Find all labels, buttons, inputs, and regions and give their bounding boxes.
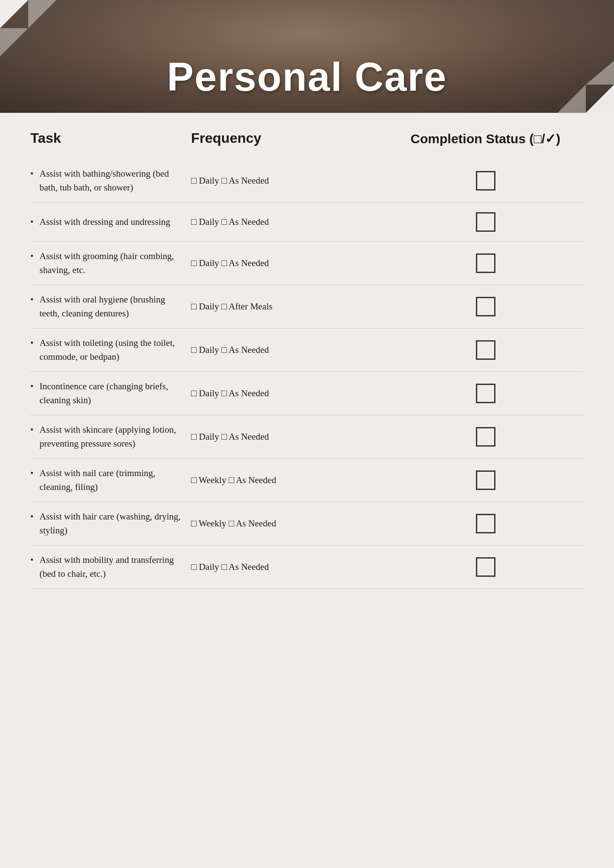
table-row: • Assist with hair care (washing, drying…: [30, 502, 584, 546]
svg-marker-0: [0, 0, 28, 28]
task-text-6: Incontinence care (changing briefs, clea…: [40, 380, 182, 407]
table-row: • Assist with nail care (trimming, clean…: [30, 459, 584, 502]
freq-cell-8: □ Weekly □ As Needed: [191, 473, 387, 487]
table-row: • Assist with bathing/showering (bed bat…: [30, 159, 584, 203]
freq-cell-2: □ Daily □ As Needed: [191, 215, 387, 229]
bullet-icon-10: •: [30, 555, 33, 565]
task-cell-7: • Assist with skincare (applying lotion,…: [30, 423, 191, 450]
status-cell-6[interactable]: [387, 384, 584, 403]
completion-checkbox-3[interactable]: [476, 253, 495, 273]
table-row: • Assist with dressing and undressing □ …: [30, 203, 584, 242]
task-cell-1: • Assist with bathing/showering (bed bat…: [30, 167, 191, 194]
task-text-3: Assist with grooming (hair combing, shav…: [40, 250, 182, 277]
table-row: • Assist with mobility and transferring …: [30, 546, 584, 589]
task-cell-4: • Assist with oral hygiene (brushing tee…: [30, 293, 191, 320]
task-cell-10: • Assist with mobility and transferring …: [30, 553, 191, 581]
col-frequency-label: Frequency: [191, 130, 387, 146]
status-cell-8[interactable]: [387, 470, 584, 490]
svg-marker-1: [28, 0, 56, 28]
task-cell-8: • Assist with nail care (trimming, clean…: [30, 467, 191, 494]
completion-checkbox-6[interactable]: [476, 384, 495, 403]
bullet-icon-6: •: [30, 381, 33, 391]
task-text-9: Assist with hair care (washing, drying, …: [40, 510, 182, 537]
table-header: Task Frequency Completion Status (□/✓): [30, 130, 584, 151]
completion-checkbox-9[interactable]: [476, 514, 495, 533]
freq-cell-10: □ Daily □ As Needed: [191, 560, 387, 574]
table-row: • Assist with oral hygiene (brushing tee…: [30, 285, 584, 329]
task-cell-3: • Assist with grooming (hair combing, sh…: [30, 250, 191, 277]
page-title: Personal Care: [0, 54, 614, 100]
page-header: Personal Care: [0, 0, 614, 113]
task-cell-9: • Assist with hair care (washing, drying…: [30, 510, 191, 537]
main-content: Task Frequency Completion Status (□/✓) •…: [0, 113, 614, 615]
bullet-icon-3: •: [30, 251, 33, 261]
task-cell-5: • Assist with toileting (using the toile…: [30, 336, 191, 364]
bullet-icon-9: •: [30, 512, 33, 522]
task-text-7: Assist with skincare (applying lotion, p…: [40, 423, 182, 450]
table-row: • Assist with skincare (applying lotion,…: [30, 415, 584, 459]
status-cell-3[interactable]: [387, 253, 584, 273]
table-row: • Incontinence care (changing briefs, cl…: [30, 372, 584, 415]
col-task-label: Task: [30, 130, 191, 146]
completion-checkbox-7[interactable]: [476, 427, 495, 447]
freq-cell-6: □ Daily □ As Needed: [191, 387, 387, 401]
bullet-icon-2: •: [30, 217, 33, 227]
task-text-5: Assist with toileting (using the toilet,…: [40, 336, 182, 364]
task-text-8: Assist with nail care (trimming, cleanin…: [40, 467, 182, 494]
freq-cell-5: □ Daily □ As Needed: [191, 343, 387, 357]
status-cell-2[interactable]: [387, 212, 584, 232]
completion-checkbox-4[interactable]: [476, 297, 495, 316]
bullet-icon-8: •: [30, 468, 33, 478]
task-text-1: Assist with bathing/showering (bed bath,…: [40, 167, 182, 194]
task-cell-2: • Assist with dressing and undressing: [30, 215, 191, 229]
bullet-icon-7: •: [30, 425, 33, 435]
bullet-icon-1: •: [30, 169, 33, 179]
status-cell-10[interactable]: [387, 557, 584, 577]
table-row: • Assist with toileting (using the toile…: [30, 329, 584, 372]
task-table: • Assist with bathing/showering (bed bat…: [30, 159, 584, 589]
freq-cell-1: □ Daily □ As Needed: [191, 174, 387, 188]
completion-checkbox-1[interactable]: [476, 171, 495, 191]
table-row: • Assist with grooming (hair combing, sh…: [30, 242, 584, 285]
status-cell-7[interactable]: [387, 427, 584, 447]
task-cell-6: • Incontinence care (changing briefs, cl…: [30, 380, 191, 407]
completion-checkbox-5[interactable]: [476, 340, 495, 360]
task-text-10: Assist with mobility and transferring (b…: [40, 553, 182, 581]
bullet-icon-4: •: [30, 295, 33, 305]
freq-cell-9: □ Weekly □ As Needed: [191, 517, 387, 531]
completion-checkbox-2[interactable]: [476, 212, 495, 232]
status-cell-1[interactable]: [387, 171, 584, 191]
status-cell-9[interactable]: [387, 514, 584, 533]
task-text-2: Assist with dressing and undressing: [40, 215, 170, 229]
freq-cell-3: □ Daily □ As Needed: [191, 256, 387, 270]
svg-marker-2: [0, 28, 28, 56]
col-status-label: Completion Status (□/✓): [387, 131, 584, 146]
corner-decoration-tl: [0, 0, 56, 56]
completion-checkbox-8[interactable]: [476, 470, 495, 490]
freq-cell-7: □ Daily □ As Needed: [191, 430, 387, 444]
bullet-icon-5: •: [30, 338, 33, 348]
completion-checkbox-10[interactable]: [476, 557, 495, 577]
task-text-4: Assist with oral hygiene (brushing teeth…: [40, 293, 182, 320]
freq-cell-4: □ Daily □ After Meals: [191, 300, 387, 314]
status-cell-5[interactable]: [387, 340, 584, 360]
status-cell-4[interactable]: [387, 297, 584, 316]
